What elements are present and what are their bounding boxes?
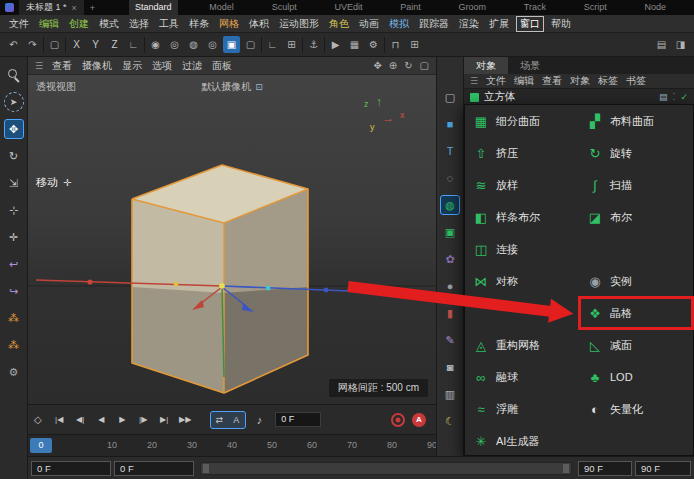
render-view-icon[interactable]: ▶ [327, 36, 344, 53]
layout-tab[interactable]: Model [203, 0, 240, 15]
snap-grid-icon[interactable]: ⊞ [283, 36, 300, 53]
history-forward-icon[interactable]: ↪ [4, 281, 24, 301]
next-frame-icon[interactable]: |▶ [134, 411, 153, 429]
keyframe-diamond-icon[interactable]: ◇ [34, 414, 42, 425]
menu-item[interactable]: 渲染 [454, 17, 484, 31]
play-mode-button[interactable]: A [228, 412, 245, 428]
new-tab-button[interactable]: + [84, 3, 101, 13]
object-mode-icon[interactable]: ▣ [223, 36, 240, 53]
marquee-icon[interactable]: ▢ [440, 87, 460, 107]
pan-view-icon[interactable]: ✥ [373, 60, 381, 71]
live-selection-icon[interactable]: ➤ [4, 92, 24, 112]
menu-item[interactable]: 样条 [184, 17, 214, 31]
goto-end-icon[interactable]: ▶▶ [176, 411, 195, 429]
viewport-menu-item[interactable]: 过滤 [182, 59, 202, 73]
timeline-ruler[interactable]: 0 10 20 30 40 50 60 70 80 90 [28, 434, 436, 456]
lattice-icon[interactable]: ❖ 晶格 [579, 297, 693, 329]
z-axis-button[interactable]: Z [106, 36, 123, 53]
menu-item[interactable]: 跟踪器 [414, 17, 454, 31]
camera-link-icon[interactable]: ⊡ [255, 82, 263, 92]
menu-item[interactable]: 帮助 [546, 17, 576, 31]
menu-item[interactable]: 创建 [64, 17, 94, 31]
viewport-move-icon[interactable]: ✛ [4, 227, 24, 247]
lathe-icon[interactable]: ↻ 旋转 [579, 137, 693, 169]
volume-icon[interactable]: ▣ [440, 222, 460, 242]
remesh-icon[interactable]: ◬ 重构网格 [465, 329, 579, 361]
spline-circle-icon[interactable]: ◌ [440, 168, 460, 188]
layout-tab[interactable]: Standard [129, 0, 178, 15]
vectorizer-icon[interactable]: ◐ 矢量化 [579, 393, 693, 425]
moon-icon[interactable]: ☾ [440, 411, 460, 431]
cloth-surface-icon[interactable]: ▞ 布料曲面 [579, 105, 693, 137]
viewport-menu-item[interactable]: 查看 [52, 59, 72, 73]
menu-item[interactable]: 网格 [214, 17, 244, 31]
asset-cluster2-icon[interactable]: ⁂ [4, 335, 24, 355]
fields-icon[interactable]: ✿ [440, 249, 460, 269]
ai-generator-icon[interactable]: ✳ AI生成器 [465, 425, 579, 457]
layout-tab[interactable]: UVEdit [328, 0, 368, 15]
layout-tab[interactable]: Node [638, 0, 672, 15]
viewport-burger-icon[interactable]: ☰ [35, 61, 43, 71]
boole-icon[interactable]: ◪ 布尔 [579, 201, 693, 233]
close-tab-icon[interactable]: × [72, 3, 77, 13]
axis-lock-icon[interactable]: ⊹ [4, 200, 24, 220]
lod-icon[interactable]: ♣ LOD [579, 361, 693, 393]
object-row[interactable]: 立方体 ▤ ⁚ ✓ [464, 89, 694, 105]
instance-icon[interactable]: ◉ 实例 [579, 265, 693, 297]
tags-icon[interactable]: ▮ [440, 303, 460, 323]
menu-item[interactable]: 角色 [324, 17, 354, 31]
viewport-menu-item[interactable]: 选项 [152, 59, 172, 73]
menu-item[interactable]: 模拟 [384, 17, 414, 31]
panel-menu-item[interactable]: 查看 [542, 74, 562, 88]
redo-icon[interactable]: ↷ [24, 36, 41, 53]
polygon-reduction-icon[interactable]: ◺ 减面 [579, 329, 693, 361]
metaball-icon[interactable]: ∞ 融球 [465, 361, 579, 393]
preview-end-field[interactable]: 90 F [578, 461, 632, 476]
relief-icon[interactable]: ≈ 浮雕 [465, 393, 579, 425]
axis-mode-icon[interactable]: ∟ [264, 36, 281, 53]
workplane-mode-icon[interactable]: ▢ [242, 36, 259, 53]
connect-icon[interactable]: ◫ 连接 [465, 233, 579, 265]
layout-tab[interactable]: Paint [394, 0, 427, 15]
undo-icon[interactable]: ↶ [5, 36, 22, 53]
autokey-icon[interactable]: A [412, 413, 426, 427]
edge-mode-icon[interactable]: ◍ [185, 36, 202, 53]
viewport[interactable]: 透视视图 默认摄像机 ⊡ z ↑ → x y 移动 ✛ 网格间距 : 500 c… [28, 75, 436, 404]
panel-menu-item[interactable]: 书签 [626, 74, 646, 88]
subdivision-surface-icon[interactable]: ▦ 细分曲面 [465, 105, 579, 137]
layout-panel-icon[interactable]: ▤ [653, 36, 670, 53]
loop-playback-icon[interactable]: ⇄ [211, 412, 228, 428]
selection-box-icon[interactable]: ▢ [46, 36, 63, 53]
range-slider[interactable] [200, 462, 572, 475]
search-icon[interactable] [4, 65, 24, 85]
pen-tool-icon[interactable]: ✎ [440, 330, 460, 350]
x-axis-button[interactable]: X [68, 36, 85, 53]
panel-menu-item[interactable]: 编辑 [514, 74, 534, 88]
model-mode-icon[interactable]: ◉ [147, 36, 164, 53]
record-icon[interactable] [391, 413, 405, 427]
menu-item[interactable]: 窗口 [516, 16, 544, 32]
rotate-view-icon[interactable]: ↻ [404, 60, 412, 71]
render-picture-viewer-icon[interactable]: ▦ [346, 36, 363, 53]
generators-icon[interactable]: ◍ [440, 195, 460, 215]
quantize-icon[interactable]: ⊞ [406, 36, 423, 53]
layout-tab[interactable]: Script [578, 0, 613, 15]
render-settings-icon[interactable]: ⚙ [365, 36, 382, 53]
panel-menu-item[interactable]: 标签 [598, 74, 618, 88]
polygon-mode-icon[interactable]: ◎ [204, 36, 221, 53]
coord-system-icon[interactable]: ∟ [125, 36, 142, 53]
film-icon[interactable]: ▥ [440, 384, 460, 404]
range-start-field[interactable]: 0 F [31, 461, 111, 476]
zoom-view-icon[interactable]: ⊕ [389, 60, 397, 71]
camera-icon[interactable]: ◙ [440, 357, 460, 377]
play-icon[interactable]: ▶ [113, 411, 132, 429]
document-tab[interactable]: 未标题 1 * × [19, 0, 84, 15]
split-panel-icon[interactable]: ◨ [672, 36, 689, 53]
spline-mask-icon[interactable]: ◧ 样条布尔 [465, 201, 579, 233]
panel-tab[interactable]: 场景 [508, 57, 552, 74]
symmetry-icon[interactable]: ⋈ 对称 [465, 265, 579, 297]
visibility-dots-icon[interactable]: ⁚ [673, 92, 676, 102]
viewport-menu-item[interactable]: 面板 [212, 59, 232, 73]
enabled-checkmark-icon[interactable]: ✓ [680, 92, 688, 102]
point-mode-icon[interactable]: ◎ [166, 36, 183, 53]
